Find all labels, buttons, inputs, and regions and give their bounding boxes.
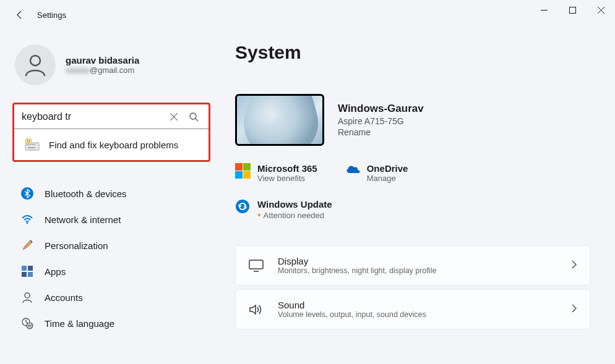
svg-point-12 [25,138,32,144]
bluetooth-icon [21,187,33,200]
window-title: Settings [37,11,66,20]
nav-label: Personalization [45,240,108,251]
svg-point-21 [25,293,30,298]
account-icon [21,291,33,303]
nav-label: Accounts [45,292,83,303]
service-sub: View benefits [257,174,317,183]
device-model: Aspire A715-75G [338,116,424,126]
maximize-button[interactable] [558,0,587,20]
keyboard-troubleshoot-icon [24,138,39,151]
svg-rect-6 [27,144,28,145]
service-sub: Attention needed [257,210,332,221]
profile-name: gaurav bidasaria [66,55,139,66]
svg-point-3 [190,113,196,119]
avatar [15,44,56,85]
svg-rect-25 [249,260,263,269]
desktop-preview[interactable] [235,94,324,146]
svg-rect-8 [30,144,32,145]
svg-rect-1 [569,7,575,13]
sidebar: gaurav bidasaria xxxxxx@gmail.com Find a… [12,30,223,336]
x-icon [170,113,178,121]
nav-item-network[interactable]: Network & internet [12,206,210,232]
main-panel: System Windows-Gaurav Aspire A715-75G Re… [223,30,603,336]
page-title: System [235,42,590,63]
nav-list: Bluetooth & devices Network & internet P… [12,180,210,336]
profile-email: xxxxxx@gmail.com [66,66,139,75]
search-result-item[interactable]: Find and fix keyboard problems [14,129,209,160]
onedrive-icon [345,163,359,178]
card-sound[interactable]: Sound Volume levels, output, input, soun… [235,289,590,329]
svg-rect-18 [28,266,33,271]
svg-point-13 [27,140,28,141]
svg-point-24 [236,200,249,213]
card-title: Display [278,256,557,266]
chevron-right-icon [571,304,577,315]
search-icon [189,112,199,122]
nav-label: Bluetooth & devices [45,188,127,199]
nav-item-accounts[interactable]: Accounts [12,284,210,310]
nav-item-apps[interactable]: Apps [12,258,210,284]
minimize-icon [541,7,548,14]
service-name: OneDrive [367,163,408,174]
arrow-left-icon [15,10,25,20]
search-result-label: Find and fix keyboard problems [49,140,178,150]
maximize-icon [569,7,576,14]
search-input[interactable] [19,111,164,122]
svg-rect-20 [28,272,33,277]
device-row: Windows-Gaurav Aspire A715-75G Rename [235,94,590,146]
card-subtitle: Monitors, brightness, night light, displ… [278,266,557,275]
svg-line-4 [196,119,198,121]
service-onedrive[interactable]: OneDrive Manage [345,163,408,183]
person-icon [23,53,48,77]
chevron-right-icon [571,260,577,271]
search-container: Find and fix keyboard problems [12,103,210,162]
svg-rect-11 [28,147,35,148]
close-button[interactable] [587,0,615,20]
service-name: Windows Update [257,199,332,210]
microsoft-icon [235,163,250,178]
rename-link[interactable]: Rename [338,127,424,137]
service-name: Microsoft 365 [257,163,317,174]
svg-rect-17 [22,266,27,271]
nav-item-personalization[interactable]: Personalization [12,232,210,258]
nav-label: Network & internet [45,214,121,225]
update-icon [235,199,250,214]
profile-area[interactable]: gaurav bidasaria xxxxxx@gmail.com [15,44,210,85]
close-icon [598,7,604,14]
service-windows-update[interactable]: Windows Update Attention needed [235,199,332,221]
svg-rect-9 [32,144,33,145]
sound-icon [248,302,264,318]
back-button[interactable] [7,2,32,27]
nav-item-time[interactable]: Time & language [12,310,210,336]
nav-label: Apps [45,266,66,277]
wifi-icon [21,213,33,226]
svg-point-2 [30,56,40,66]
nav-label: Time & language [45,318,114,329]
brush-icon [21,239,33,252]
card-subtitle: Volume levels, output, input, sound devi… [278,310,557,319]
minimize-button[interactable] [530,0,558,20]
device-name: Windows-Gaurav [338,103,424,115]
service-sub: Manage [367,174,408,183]
apps-icon [21,265,33,277]
card-title: Sound [278,300,557,310]
svg-rect-19 [22,272,27,277]
search-clear-button[interactable] [164,107,184,127]
display-icon [248,258,264,274]
nav-item-bluetooth[interactable]: Bluetooth & devices [12,180,210,206]
search-submit-button[interactable] [184,107,204,127]
card-display[interactable]: Display Monitors, brightness, night ligh… [235,245,590,286]
service-ms365[interactable]: Microsoft 365 View benefits [235,163,317,183]
svg-rect-10 [34,144,35,145]
clock-globe-icon [21,317,33,329]
svg-point-16 [27,222,28,224]
svg-point-14 [29,140,30,141]
